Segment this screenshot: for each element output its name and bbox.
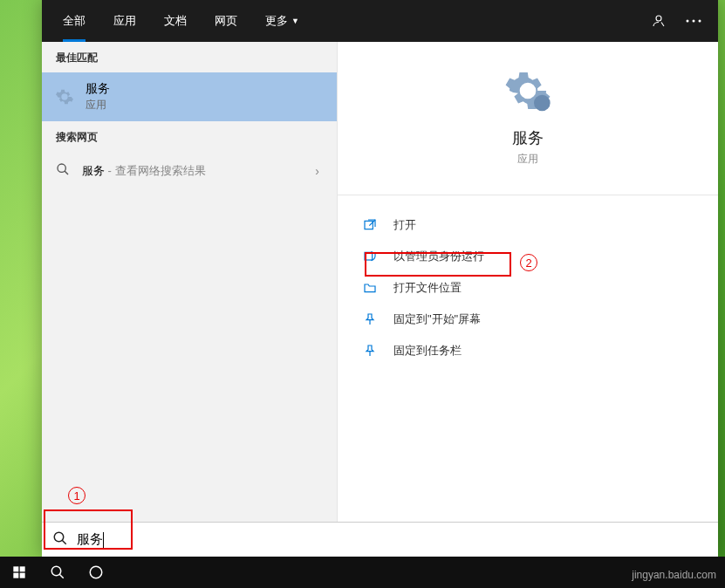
detail-hero: 服务 应用 <box>338 66 718 184</box>
action-open[interactable]: 打开 <box>338 209 718 241</box>
svg-line-5 <box>65 171 68 174</box>
svg-point-9 <box>54 532 64 542</box>
svg-point-0 <box>656 16 661 21</box>
detail-title: 服务 <box>512 127 544 148</box>
text-cursor <box>103 532 104 548</box>
taskbar-search-button[interactable] <box>38 557 77 588</box>
pin-icon <box>362 311 378 327</box>
tab-web[interactable]: 网页 <box>201 0 251 42</box>
svg-point-3 <box>699 20 701 23</box>
results-left-column: 最佳匹配 服务 应用 搜索网页 服务 - 查看网络搜索结果 <box>42 42 337 522</box>
web-search-desc: - 查看网络搜索结果 <box>105 164 206 177</box>
web-search-item[interactable]: 服务 - 查看网络搜索结果 › <box>42 152 337 190</box>
feedback-icon[interactable] <box>641 0 676 42</box>
tab-bar: 全部 应用 文档 网页 更多 ▼ <box>42 0 718 42</box>
svg-line-10 <box>62 540 66 544</box>
action-run-admin-label: 以管理员身份运行 <box>393 249 484 264</box>
start-button[interactable] <box>0 557 38 588</box>
best-match-text: 服务 应用 <box>85 81 325 113</box>
web-search-text: 服务 - 查看网络搜索结果 <box>82 163 303 179</box>
search-input[interactable]: 服务 <box>77 531 708 548</box>
tab-docs[interactable]: 文档 <box>150 0 201 42</box>
action-open-label: 打开 <box>393 217 416 233</box>
tab-more-label: 更多 <box>265 13 288 29</box>
chevron-right-icon: › <box>315 164 323 178</box>
action-open-location[interactable]: 打开文件位置 <box>338 272 718 304</box>
watermark-brand: Baidu 经验 <box>628 530 716 553</box>
shield-icon <box>362 249 378 264</box>
gear-icon <box>503 66 552 115</box>
tab-more[interactable]: 更多 ▼ <box>251 0 313 42</box>
action-pin-taskbar[interactable]: 固定到任务栏 <box>338 335 718 366</box>
open-icon <box>362 217 378 233</box>
best-match-item[interactable]: 服务 应用 <box>42 72 337 121</box>
divider <box>338 195 718 195</box>
results-body: 最佳匹配 服务 应用 搜索网页 服务 - 查看网络搜索结果 <box>42 42 718 522</box>
search-icon <box>52 530 68 550</box>
svg-rect-12 <box>20 566 25 571</box>
search-input-value: 服务 <box>77 531 103 546</box>
svg-rect-7 <box>365 221 373 229</box>
best-match-subtitle: 应用 <box>85 98 325 113</box>
detail-subtitle: 应用 <box>517 152 538 167</box>
action-pin-start[interactable]: 固定到"开始"屏幕 <box>338 304 718 335</box>
svg-line-16 <box>59 574 64 578</box>
annotation-number-1: 1 <box>68 487 85 504</box>
annotation-number-2: 2 <box>520 254 537 271</box>
detail-panel: 服务 应用 打开 以管理员身份运行 <box>337 42 718 522</box>
section-best-match: 最佳匹配 <box>42 42 337 72</box>
more-options-icon[interactable] <box>676 0 711 42</box>
section-search-web: 搜索网页 <box>42 121 337 152</box>
taskbar <box>0 557 725 588</box>
chevron-down-icon: ▼ <box>291 17 299 25</box>
action-pin-taskbar-label: 固定到任务栏 <box>393 343 462 359</box>
svg-rect-13 <box>13 573 18 578</box>
svg-point-17 <box>90 566 102 578</box>
search-box[interactable]: 服务 <box>42 522 718 557</box>
svg-rect-14 <box>20 573 25 578</box>
svg-rect-11 <box>13 566 18 571</box>
search-icon <box>56 162 70 180</box>
web-search-query: 服务 <box>82 164 105 177</box>
best-match-title: 服务 <box>85 81 325 97</box>
action-open-location-label: 打开文件位置 <box>393 280 462 296</box>
action-list: 打开 以管理员身份运行 打开文件位置 <box>338 204 718 372</box>
svg-point-1 <box>687 20 689 23</box>
tab-apps[interactable]: 应用 <box>99 0 150 42</box>
pin-icon <box>362 343 378 359</box>
gear-icon <box>54 86 75 107</box>
svg-point-15 <box>51 566 61 576</box>
search-panel: 全部 应用 文档 网页 更多 ▼ 最佳匹配 服务 应用 <box>42 0 718 557</box>
folder-icon <box>362 280 378 296</box>
svg-point-2 <box>693 20 695 23</box>
watermark-url: jingyan.baidu.com <box>632 569 716 581</box>
cortana-button[interactable] <box>77 557 115 588</box>
svg-point-4 <box>58 164 65 172</box>
svg-rect-8 <box>365 252 373 260</box>
action-pin-start-label: 固定到"开始"屏幕 <box>393 311 481 327</box>
svg-point-6 <box>534 95 551 112</box>
tab-all[interactable]: 全部 <box>49 0 99 42</box>
